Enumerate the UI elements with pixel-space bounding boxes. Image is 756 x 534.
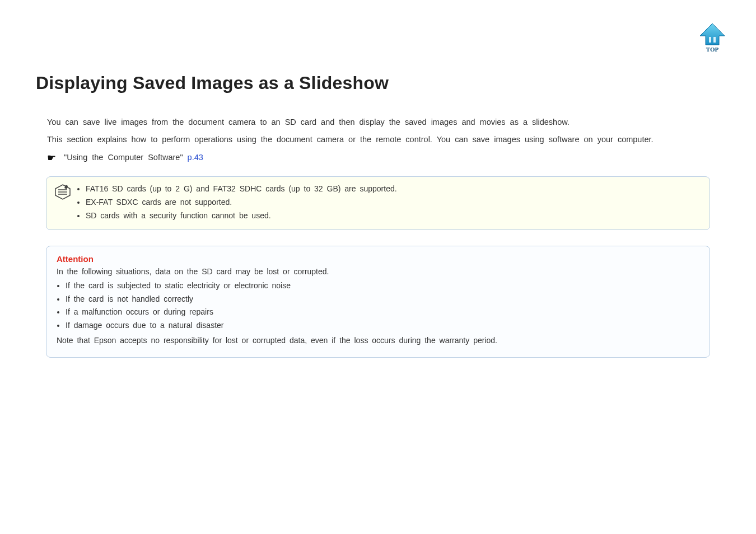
attention-tail: Note that Epson accepts no responsibilit…: [57, 336, 699, 345]
note-item: EX-FAT SDXC cards are not supported.: [86, 196, 397, 209]
attention-item: If damage occurs due to a natural disast…: [66, 319, 699, 332]
note-item: SD cards with a security function cannot…: [86, 209, 397, 223]
top-icon[interactable]: TOP: [698, 21, 727, 53]
note-item: FAT16 SD cards (up to 2 G) and FAT32 SDH…: [86, 182, 397, 196]
pointer-icon: ☛: [47, 152, 56, 164]
attention-item: If the card is not handled correctly: [66, 293, 699, 306]
attention-title: Attention: [57, 254, 699, 264]
top-label: TOP: [706, 46, 719, 53]
note-icon: [54, 184, 71, 203]
note-box: FAT16 SD cards (up to 2 G) and FAT32 SDH…: [46, 176, 710, 229]
attention-box: Attention In the following situations, d…: [46, 246, 710, 358]
attention-item: If the card is subjected to static elect…: [66, 279, 699, 293]
intro-block: You can save live images from the docume…: [36, 116, 720, 164]
see-also-text: "Using the Computer Software": [64, 153, 188, 162]
intro-p2: This section explains how to perform ope…: [47, 133, 720, 146]
svg-marker-0: [700, 24, 725, 45]
see-also: ☛ "Using the Computer Software" p.43: [47, 152, 720, 164]
page-content: Displaying Saved Images as a Slideshow Y…: [0, 0, 756, 380]
svg-rect-1: [709, 37, 711, 43]
attention-item: If a malfunction occurs or during repair…: [66, 306, 699, 319]
page-title: Displaying Saved Images as a Slideshow: [36, 73, 720, 93]
see-also-link[interactable]: p.43: [188, 153, 203, 162]
intro-p1: You can save live images from the docume…: [47, 116, 720, 129]
svg-rect-2: [713, 37, 716, 43]
attention-lead: In the following situations, data on the…: [57, 267, 699, 276]
note-list: FAT16 SD cards (up to 2 G) and FAT32 SDH…: [77, 182, 397, 222]
attention-list: If the card is subjected to static elect…: [57, 279, 699, 332]
